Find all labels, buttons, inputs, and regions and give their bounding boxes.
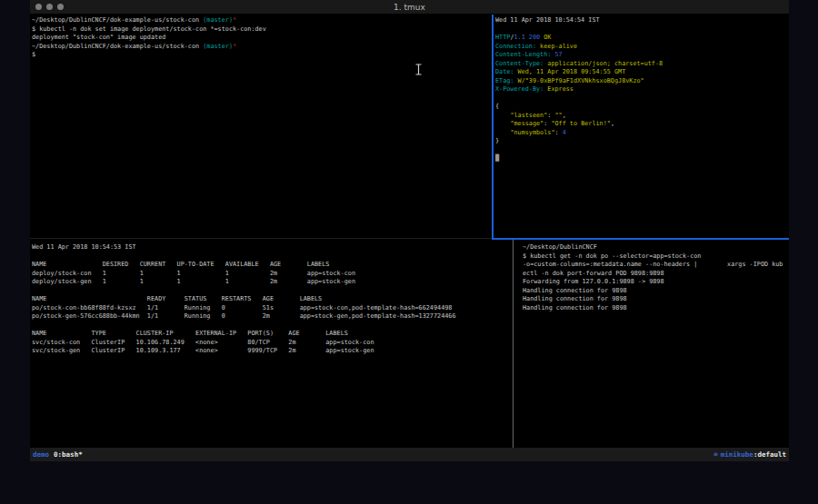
terminal-line: po/stock-con-bb68f88fd-kzsxz 1/1 Running… [32, 304, 512, 313]
terminal-text-segment: ~/Desktop/DublinCNCF/dok-example-us/stoc… [32, 43, 203, 50]
terminal-line: "lastseen": "", [495, 112, 788, 121]
terminal-line: deployment "stock-con" image updated [32, 34, 491, 43]
terminal-text-segment: keep-alive [536, 43, 577, 50]
terminal-text-segment: : [554, 129, 562, 136]
terminal-line: X-Powered-By: Express [495, 85, 788, 94]
terminal-line: NAME READY STATUS RESTARTS AGE LABELS [32, 295, 512, 304]
status-bar-left: demo0:bash* [33, 448, 83, 461]
terminal-text-segment: NAME DESIRED CURRENT UP-TO-DATE AVAILABL… [32, 261, 329, 268]
terminal-text-segment: , [563, 112, 566, 119]
terminal-line [495, 94, 788, 104]
terminal-line: svc/stock-con ClusterIP 10.106.78.249 <n… [32, 339, 512, 348]
terminal-line: Date: Wed, 11 Apr 2018 09:54:55 GMT [495, 68, 788, 77]
terminal-text-segment: "message" [510, 120, 544, 127]
terminal-text-segment: application/json; charset=utf-8 [544, 60, 663, 67]
terminal-line: $ kubectl -n dok set image deployment/st… [32, 25, 491, 35]
terminal-text-segment: Content-Length: [495, 51, 551, 58]
pane-border-horizontal-left[interactable] [30, 238, 492, 239]
kube-context-name: :default [753, 450, 786, 459]
terminal-line: Content-Length: 57 [495, 51, 788, 60]
terminal-text-segment: ~/Desktop/DublinCNCF/dok-example-us/stoc… [32, 16, 203, 24]
terminal-text-segment: Connection: [495, 43, 536, 50]
terminal-text-segment: $ [32, 51, 35, 58]
terminal-line [32, 252, 512, 262]
pane-top-right-http-response[interactable]: Wed 11 Apr 2018 10:54:54 IST HTTP/1.1 20… [495, 16, 788, 238]
terminal-line: ~/Desktop/DublinCNCF/dok-example-us/stoc… [32, 16, 491, 25]
terminal-line: Wed 11 Apr 2018 10:54:53 IST [32, 243, 512, 252]
terminal-text-segment: po/stock-gen-576cc688bb-44kmn 1/1 Runnin… [32, 312, 456, 320]
terminal-window: 1. tmux ~/Desktop/DublinCNCF/dok-example… [30, 0, 789, 461]
terminal-text-segment: Handling connection for 9898 [523, 304, 627, 311]
tmux-terminal-area: ~/Desktop/DublinCNCF/dok-example-us/stoc… [30, 15, 789, 448]
terminal-text-segment: 1.1 200 [514, 34, 544, 41]
terminal-text-segment: svc/stock-gen ClusterIP 10.109.3.177 <no… [32, 347, 374, 354]
terminal-line: -o=custom-columns=:metadata.name --no-he… [523, 261, 789, 270]
terminal-line: Wed 11 Apr 2018 10:54:54 IST [495, 16, 788, 25]
terminal-text-segment: $ kubectl -n dok set image deployment/st… [32, 25, 266, 33]
terminal-line: NAME TYPE CLUSTER-IP EXTERNAL-IP PORT(S)… [32, 330, 512, 339]
terminal-text-segment [495, 112, 510, 119]
session-name: demo [33, 450, 49, 459]
pane-border-vertical-top-active[interactable] [492, 15, 494, 240]
terminal-line: ectl -n dok port-forward POD 9898:9898 [523, 270, 789, 279]
terminal-text-segment: 4 [563, 129, 566, 136]
terminal-text-segment: svc/stock-con ClusterIP 10.106.78.249 <n… [32, 339, 374, 346]
terminal-line: ~/Desktop/DublinCNCF/dok-example-us/stoc… [32, 43, 491, 52]
terminal-text-segment: "" [554, 112, 562, 119]
terminal-text-segment: Content-Type: [495, 60, 544, 67]
terminal-line: po/stock-gen-576cc688bb-44kmn 1/1 Runnin… [32, 312, 512, 321]
kube-cluster-name: minikube [721, 450, 753, 459]
terminal-text-segment: deploy/stock-con 1 1 1 1 2m app=stock-co… [32, 270, 355, 277]
terminal-text-segment: ~/Desktop/DublinCNCF [523, 243, 597, 251]
window-titlebar[interactable]: 1. tmux [30, 0, 789, 15]
terminal-text-segment: NAME READY STATUS RESTARTS AGE LABELS [32, 295, 322, 302]
terminal-line [32, 287, 512, 296]
terminal-text-segment: ectl -n dok port-forward POD 9898:9898 [523, 270, 664, 277]
terminal-text-segment: Forwarding from 127.0.0.1:9898 -> 9898 [523, 278, 664, 285]
terminal-text-segment: HTTP [495, 34, 510, 41]
terminal-line: █ [495, 154, 788, 163]
terminal-line: } [495, 137, 788, 146]
terminal-line [495, 146, 788, 155]
terminal-line: { [495, 103, 788, 112]
terminal-cursor: █ [495, 154, 499, 162]
terminal-text-segment: "lastseen" [510, 112, 547, 119]
terminal-text-segment: "numsymbols" [510, 129, 554, 136]
terminal-text-segment: X-Powered-By: [495, 85, 544, 93]
pane-bottom-right-port-forward[interactable]: ~/Desktop/DublinCNCF$ kubectl get -n dok… [523, 243, 789, 448]
terminal-text-segment: ETag: [495, 77, 514, 84]
terminal-line: ETag: W/"39-0xBPf9aF1dXVNkhsxoBQgJ8vKzo" [495, 77, 788, 86]
pane-border-vertical-bottom[interactable] [513, 240, 514, 448]
kubernetes-icon: ☸ [713, 450, 718, 459]
terminal-text-segment: $ kubectl get -n dok po --selector=app=s… [523, 252, 701, 260]
terminal-text-segment: } [495, 137, 499, 144]
pane-top-left-shell[interactable]: ~/Desktop/DublinCNCF/dok-example-us/stoc… [32, 16, 491, 238]
status-bar-right: ☸minikube:default [713, 448, 786, 461]
terminal-text-segment: NAME TYPE CLUSTER-IP EXTERNAL-IP PORT(S)… [32, 330, 348, 337]
terminal-line: Forwarding from 127.0.0.1:9898 -> 9898 [523, 278, 789, 287]
terminal-text-segment: deploy/stock-gen 1 1 1 1 2m app=stock-ge… [32, 278, 355, 285]
terminal-text-segment: Handling connection for 9898 [523, 287, 627, 294]
desktop-background: { "theme": { "bg_desktop": "#0a0a13", "b… [0, 0, 818, 504]
terminal-text-segment: * [233, 43, 236, 50]
terminal-line: Content-Type: application/json; charset=… [495, 60, 788, 69]
mouse-ibeam-cursor [414, 64, 423, 75]
terminal-line: svc/stock-gen ClusterIP 10.109.3.177 <no… [32, 347, 512, 356]
terminal-text-segment: Handling connection for 9898 [523, 295, 627, 302]
pane-border-horizontal-right-active[interactable] [492, 238, 789, 240]
window-list-item[interactable]: 0:bash* [54, 450, 83, 459]
terminal-line: Connection: keep-alive [495, 43, 788, 52]
terminal-text-segment: "Off to Berlin!" [551, 120, 610, 127]
terminal-text-segment: 57 [551, 51, 562, 58]
terminal-line: "numsymbols": 4 [495, 129, 788, 138]
terminal-line: $ kubectl get -n dok po --selector=app=s… [523, 252, 789, 262]
terminal-text-segment: OK [544, 34, 551, 41]
terminal-line: deploy/stock-con 1 1 1 1 2m app=stock-co… [32, 270, 512, 279]
terminal-line: $ [32, 51, 491, 60]
terminal-text-segment: -o=custom-columns=:metadata.name --no-he… [523, 261, 783, 268]
terminal-text-segment [495, 120, 510, 127]
terminal-text-segment: { [495, 103, 499, 110]
pane-bottom-left-kubectl-get[interactable]: Wed 11 Apr 2018 10:54:53 IST NAME DESIRE… [32, 243, 512, 448]
terminal-text-segment: Wed, 11 Apr 2018 09:54:55 GMT [514, 68, 625, 75]
terminal-text-segment: Express [544, 85, 574, 93]
